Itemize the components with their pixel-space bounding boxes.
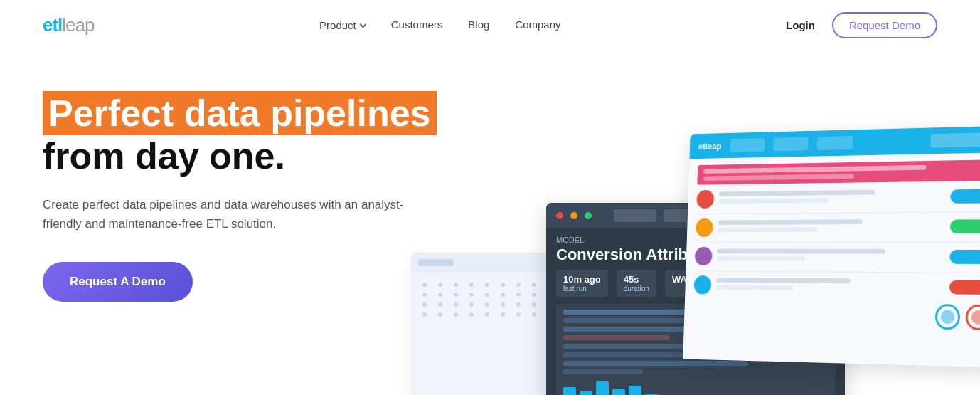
sr-nav-item [816,136,853,150]
sr-circle [966,305,980,331]
bar [580,391,592,395]
sld-dot [501,302,505,307]
bar [596,381,609,395]
sr-circles [693,301,980,331]
headline-highlight: Perfect data pipelines [43,91,437,135]
sr-status-badge [949,250,980,264]
sr-alert-line [703,165,926,174]
ss-dot-green [585,212,592,219]
sld-dot [532,293,536,297]
sld-dot [532,283,536,287]
sr-avatar [693,275,711,295]
ss-stat-time: 10m ago last run [556,270,608,297]
sr-text-line [719,190,875,196]
headline-rest: from day one. [43,135,285,177]
nav-right: Login Request Demo [786,12,937,38]
sr-list-row [696,216,980,237]
sr-avatar [695,247,713,265]
sld-dot [501,293,505,297]
ss-code-line [563,361,748,366]
nav-product[interactable]: Product [319,19,366,31]
sr-status-badge [950,219,980,233]
logo-leap: leap [62,14,94,36]
request-demo-nav-button[interactable]: Request Demo [832,12,937,38]
bar [629,386,641,395]
sr-text-block [718,189,944,206]
sr-circle [935,304,960,330]
hero-subtext: Create perfect data pipelines and data w… [43,195,412,233]
sr-action [930,132,980,147]
login-link[interactable]: Login [786,19,815,31]
screenshot-right: etleap [683,126,980,368]
sr-list-row [695,247,980,267]
sr-circle-fill [971,310,980,325]
sr-text-line [716,278,850,283]
sld-dot [501,312,505,317]
sr-text-line [718,227,817,232]
sr-divider [696,211,980,214]
logo[interactable]: etl leap [43,14,95,36]
sld-dot [485,283,489,287]
ss-dot-red [556,212,563,219]
sld-dot [485,293,489,297]
hero-section: Perfect data pipelines from day one. Cre… [0,50,980,395]
sr-avatar [696,218,713,237]
sld-dot [516,312,521,317]
sr-body [684,152,980,338]
sr-divider [694,270,980,273]
sld-dot [516,283,521,287]
hero-left: Perfect data pipelines from day one. Cre… [43,93,484,395]
sr-logo: etleap [698,141,722,152]
sr-text-line [719,198,829,204]
ss-code-line [563,369,643,374]
hero-headline: Perfect data pipelines from day one. [43,93,484,178]
sld-dot [516,302,521,307]
nav-links: Product Customers Blog Company [319,19,560,31]
ss-dot-yellow [570,212,577,219]
nav-blog[interactable]: Blog [468,19,489,31]
sr-text-block [716,278,944,295]
hero-screenshots: MODEL Conversion Attribution 10m ago las… [418,125,980,395]
sr-text-line [717,249,885,254]
ss-code-line [563,335,669,340]
sld-dot [485,302,489,307]
ss-bar-chart [563,380,828,395]
sr-text-block [717,249,944,265]
ss-stat-duration: 45s duration [617,270,656,297]
sld-dot [532,312,536,317]
sr-alert-banner [697,159,980,184]
sr-divider [696,242,980,243]
navbar: etl leap Product Customers Blog Company … [0,0,980,50]
sld-dot [485,312,489,317]
sr-nav-item [773,137,809,151]
sr-alert-line [703,174,854,181]
sr-avatar [696,190,714,209]
nav-company[interactable]: Company [515,19,560,31]
logo-etl: etl [43,14,62,36]
sr-circle-fill [941,310,955,324]
sr-text-block [718,219,944,235]
sr-list-row [693,275,980,297]
nav-customers[interactable]: Customers [391,19,443,31]
request-demo-cta-button[interactable]: Request A Demo [43,262,193,302]
sld-dot [501,283,505,287]
sr-text-line [717,256,805,261]
ss-tab [614,209,656,222]
sr-nav-item [730,138,765,152]
bar [563,387,576,395]
product-chevron-icon [359,21,366,28]
sld-dot [516,293,521,297]
sr-text-line [718,219,863,225]
sr-status-badge [949,280,980,295]
sr-list-row [696,186,980,209]
sld-dot [532,302,536,307]
sr-text-line [716,285,793,290]
bar [612,389,625,395]
sr-status-badge [950,189,980,204]
